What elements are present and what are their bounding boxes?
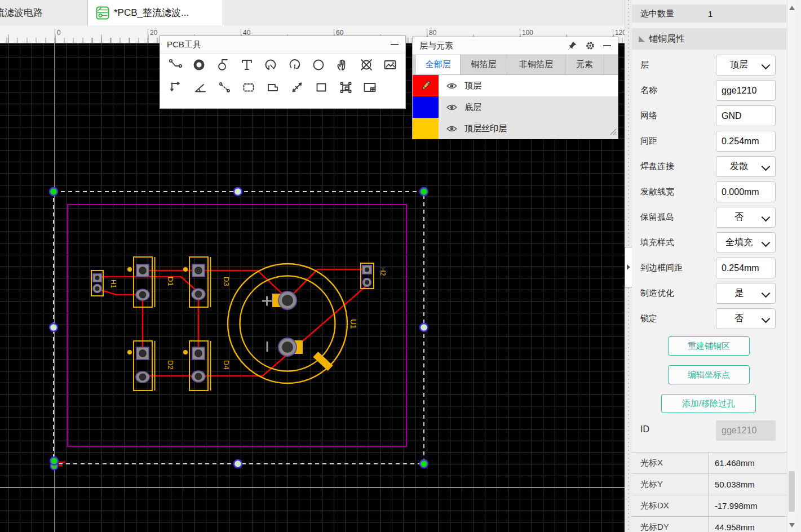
table-row: 光标DX -17.998mm — [632, 495, 787, 517]
tab-pcb[interactable]: *PCB_整流滤波... — [88, 0, 223, 25]
scroll-down-icon[interactable] — [789, 523, 795, 527]
plus-mark — [262, 296, 272, 306]
pin-icon[interactable] — [567, 41, 577, 51]
chevron-down-icon — [762, 289, 771, 298]
id-label: ID — [640, 424, 649, 435]
cutout-tool-icon[interactable] — [354, 55, 378, 75]
selection-handle[interactable] — [234, 188, 242, 196]
layer-select[interactable]: 顶层 — [716, 55, 776, 76]
ref-label: D2 — [166, 360, 175, 370]
layer-color-swatch[interactable] — [413, 75, 439, 96]
fill-style-select[interactable]: 全填充 — [716, 232, 776, 253]
section-header[interactable]: 铺铜属性 — [632, 28, 786, 50]
protractor-tool-icon[interactable] — [188, 77, 212, 97]
layer-color-swatch[interactable] — [413, 96, 439, 118]
component-H2[interactable]: H2 — [361, 263, 387, 289]
pad-connection-select[interactable]: 发散 — [716, 156, 776, 177]
eye-icon[interactable] — [446, 82, 457, 90]
image-tool-icon[interactable] — [378, 55, 402, 75]
sidebar-scrollbar[interactable] — [787, 0, 796, 532]
selection-handle[interactable] — [420, 323, 428, 331]
clearance-input[interactable]: 0.254mm — [716, 131, 776, 152]
circle-tool-icon[interactable] — [307, 55, 330, 75]
pad-tool-icon[interactable] — [187, 55, 211, 75]
layers-title: 层与元素 — [419, 41, 559, 51]
layers-title-bar[interactable]: 层与元素 — [413, 37, 618, 55]
group-tool-icon[interactable] — [333, 77, 357, 97]
pcb-file-icon — [96, 6, 109, 20]
resize-handle[interactable] — [609, 127, 617, 138]
chevron-down-icon — [762, 61, 771, 70]
section-title: 铺铜属性 — [649, 33, 685, 45]
tab-copper-layers[interactable]: 铜箔层 — [461, 55, 507, 74]
lock-select[interactable]: 否 — [716, 308, 776, 329]
selection-handle[interactable] — [420, 460, 428, 468]
tab-elements[interactable]: 元素 — [565, 55, 604, 74]
selection-handle[interactable] — [420, 188, 428, 196]
copper-pour-selection[interactable] — [50, 188, 428, 470]
tab-schematic[interactable]: 流滤波电路 — [0, 0, 88, 25]
layer-row-bottom[interactable]: 底层 — [413, 96, 618, 118]
dimension-tool-icon[interactable] — [285, 77, 309, 97]
component-U1[interactable]: U1 — [228, 264, 358, 383]
component-D2[interactable]: D2 — [127, 341, 175, 391]
edit-points-button[interactable]: 编辑坐标点 — [668, 365, 750, 384]
tab-non-copper-layers[interactable]: 非铜箔层 — [507, 55, 565, 74]
spoke-width-input[interactable]: 0.000mm — [716, 181, 776, 202]
rebuild-copper-button[interactable]: 重建铺铜区 — [668, 336, 750, 356]
ruler-label: 20 — [148, 29, 157, 40]
copper-area-tool-icon[interactable] — [260, 77, 285, 97]
eye-icon[interactable] — [446, 125, 457, 132]
solid-region-tool-icon[interactable] — [236, 77, 260, 97]
component-D4[interactable]: D4 — [183, 341, 231, 391]
rect-tool-icon[interactable] — [309, 77, 333, 97]
fab-optimize-select[interactable]: 是 — [716, 283, 776, 304]
gear-icon[interactable] — [585, 41, 595, 51]
border-clearance-input[interactable]: 0.254mm — [716, 258, 776, 278]
chevron-down-icon — [762, 314, 771, 323]
track-tool-icon[interactable] — [163, 55, 187, 75]
scroll-up-icon[interactable] — [789, 6, 795, 10]
name-input[interactable]: gge1210 — [716, 80, 776, 101]
minimize-icon[interactable] — [603, 45, 611, 46]
panelize-tool-icon[interactable] — [357, 77, 382, 97]
selection-handle[interactable] — [234, 460, 242, 468]
pcb-tools-title-bar[interactable]: PCB工具 — [160, 36, 405, 54]
center-arc-tool-icon[interactable] — [282, 55, 306, 75]
net-input[interactable]: GND — [716, 105, 776, 126]
table-row: 光标Y 50.038mm — [632, 474, 787, 495]
component-D3[interactable]: D3 — [183, 257, 231, 307]
selection-handle[interactable] — [50, 323, 57, 331]
scrollbar-thumb[interactable] — [789, 471, 795, 512]
component-H1[interactable]: H1 — [91, 271, 117, 296]
field-layer: 层 顶层 — [632, 55, 786, 76]
layer-row-top[interactable]: 顶层 — [413, 75, 618, 96]
chevron-down-icon — [762, 162, 771, 171]
component-D1[interactable]: D1 — [127, 257, 175, 307]
field-clearance: 间距 0.254mm — [632, 131, 786, 152]
via-tool-icon[interactable] — [211, 55, 235, 75]
field-keep-island: 保留孤岛 否 — [632, 207, 786, 228]
layer-row-top-silk[interactable]: 顶层丝印层 — [413, 118, 618, 139]
selected-count-label: 选中数量 — [640, 8, 674, 19]
ref-label: H2 — [379, 267, 387, 276]
selection-handle[interactable] — [50, 188, 57, 196]
selection-handle[interactable] — [50, 457, 58, 465]
minimize-icon[interactable] — [391, 44, 399, 45]
tab-all-layers[interactable]: 全部层 — [416, 55, 461, 74]
layer-color-swatch[interactable] — [413, 118, 439, 139]
pcb-editor-window: 流滤波电路 *PCB_整流滤波... 0 20 40 60 80 100 120 — [0, 0, 801, 532]
add-remove-via-button[interactable]: 添加/移除过孔 — [661, 394, 756, 413]
measure-tool-icon[interactable] — [212, 77, 236, 97]
ref-label: D4 — [222, 360, 231, 370]
drag-tool-icon[interactable] — [330, 55, 354, 75]
collapse-panel-button[interactable] — [625, 247, 632, 287]
eye-icon[interactable] — [446, 104, 457, 111]
keep-island-select[interactable]: 否 — [716, 207, 776, 228]
arc-tool-icon[interactable] — [259, 55, 282, 75]
panel-splitter[interactable] — [625, 0, 632, 532]
field-lock: 锁定 否 — [632, 308, 786, 329]
origin-tool-icon[interactable] — [163, 77, 188, 97]
ruler-label: 0 — [55, 29, 61, 40]
text-tool-icon[interactable] — [235, 55, 259, 75]
